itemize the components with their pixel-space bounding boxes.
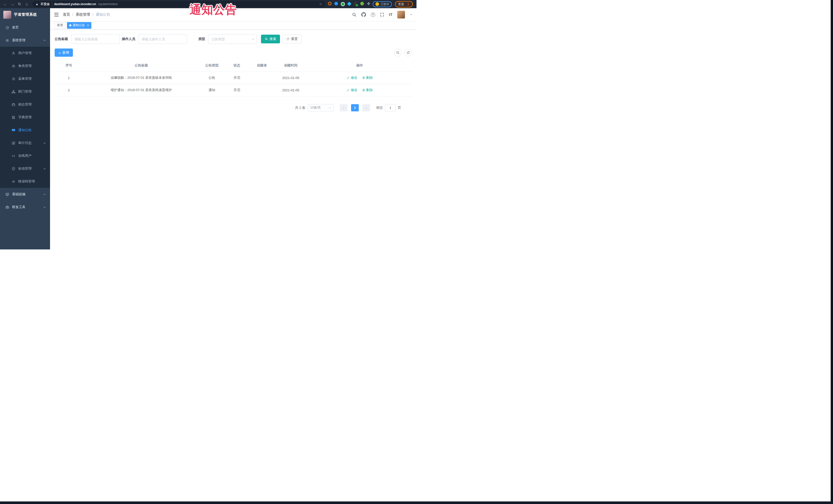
- bookmark-star-icon[interactable]: ☆: [319, 2, 322, 6]
- table-row: 2维护通知：2018-07-01 若依系统凌晨维护通知开启2021-01-05修…: [55, 84, 412, 96]
- table-body: 1温馨提醒：2018-07-01 若依新版本发布啦公告开启2021-01-05修…: [55, 72, 412, 96]
- breadcrumb-item[interactable]: 系统管理: [76, 12, 90, 17]
- chevron-down-icon: [43, 167, 46, 170]
- profile-paused-chip[interactable]: 已暂停: [373, 1, 392, 7]
- sidebar-item-基础设施[interactable]: 基础设施: [0, 188, 50, 201]
- delete-link[interactable]: 删除: [362, 88, 373, 92]
- address-bar[interactable]: ▲ 不安全 dashboard.yudao.iocoder.cn/system/…: [32, 1, 326, 7]
- current-page-button[interactable]: 1: [351, 104, 359, 111]
- ext-dark-on-icon[interactable]: on: [354, 2, 357, 6]
- ext-blue-drop-icon[interactable]: [334, 2, 338, 6]
- cell-title: 温馨提醒：2018-07-01 若依新版本发布啦: [83, 72, 200, 84]
- ext-orange-ring-icon[interactable]: [328, 2, 332, 6]
- sidebar-collapse-icon[interactable]: [54, 13, 59, 17]
- github-icon[interactable]: [361, 12, 366, 17]
- forward-icon[interactable]: →: [9, 0, 16, 8]
- prev-page-button[interactable]: ‹: [340, 104, 348, 111]
- notice-title-input[interactable]: [71, 34, 120, 44]
- sidebar-item-label: 短信管理: [18, 166, 31, 171]
- home-icon[interactable]: ⌂: [24, 0, 30, 8]
- page-size-select[interactable]: 10条/页: [308, 104, 334, 111]
- sidebar-item-角色管理[interactable]: 角色管理: [0, 59, 50, 72]
- sidebar-item-审计日志[interactable]: 审计日志: [0, 137, 50, 149]
- extensions-puzzle-icon[interactable]: [367, 2, 371, 7]
- sidebar-item-用户管理[interactable]: 用户管理: [0, 47, 50, 59]
- sidebar-menu: 首页系统管理用户管理角色管理菜单管理部门管理岗位管理字典管理通知公告审计日志在线…: [0, 21, 50, 249]
- sidebar-item-菜单管理[interactable]: 菜单管理: [0, 72, 50, 85]
- cell-type: 公告: [200, 72, 224, 84]
- goto-page: 前往 页: [376, 104, 401, 111]
- update-label: 更新: [398, 2, 404, 6]
- sidebar-item-label: 系统管理: [12, 38, 25, 43]
- user-avatar[interactable]: [397, 11, 405, 19]
- sidebar-item-label: 研发工具: [12, 205, 25, 209]
- search-icon: [396, 51, 400, 54]
- reset-button[interactable]: 重置: [283, 34, 302, 43]
- tab-通知公告[interactable]: 通知公告×: [67, 22, 91, 29]
- sidebar-item-错误码管理[interactable]: 错误码管理: [0, 175, 50, 188]
- edit-link[interactable]: 修改: [347, 88, 357, 92]
- search-icon[interactable]: [352, 13, 356, 17]
- back-icon[interactable]: ←: [2, 0, 8, 8]
- sidebar-item-label: 菜单管理: [18, 76, 31, 81]
- sidebar-item-首页[interactable]: 首页: [0, 21, 50, 34]
- goto-label: 前往: [376, 105, 383, 110]
- address-separator: [52, 3, 52, 6]
- page-size-label: 10条/页: [310, 105, 321, 110]
- goto-page-input[interactable]: [385, 104, 396, 111]
- notice-type-select-input[interactable]: [208, 34, 257, 44]
- close-tab-icon[interactable]: ×: [87, 24, 89, 27]
- sidebar-item-部门管理[interactable]: 部门管理: [0, 85, 50, 98]
- edit-link[interactable]: 修改: [347, 75, 357, 80]
- sidebar-logo[interactable]: 芋道管理系统: [0, 8, 50, 21]
- breadcrumb-item[interactable]: 首页: [63, 12, 70, 17]
- table-header-cell: 序号: [55, 59, 83, 72]
- cell-title: 维护通知：2018-07-01 若依系统凌晨维护: [83, 84, 200, 96]
- operator-input[interactable]: [138, 34, 187, 44]
- table-header-cell: 创建时间: [274, 59, 307, 72]
- cell-creator: [250, 84, 274, 96]
- refresh-table-button[interactable]: [404, 49, 412, 56]
- browser-menu-icon[interactable]: ⋮: [406, 2, 410, 6]
- search-button[interactable]: 搜索: [261, 34, 280, 43]
- ext-blue-diamond-icon[interactable]: [348, 2, 351, 6]
- table-header-row: 序号公告标题公告类型状态创建者创建时间操作: [55, 59, 412, 72]
- ext-green-circle-icon[interactable]: [341, 2, 345, 6]
- book-icon: [11, 115, 16, 119]
- next-page-button[interactable]: ›: [362, 104, 370, 111]
- tab-label: 通知公告: [73, 23, 85, 27]
- chevron-down-icon[interactable]: [410, 13, 412, 16]
- browser-update-button[interactable]: 更新 ⋮: [395, 1, 413, 7]
- notice-type-select[interactable]: [208, 34, 257, 44]
- ext-green-sprout-icon[interactable]: [360, 2, 364, 6]
- logo-image: [3, 11, 11, 19]
- sidebar-item-label: 通知公告: [18, 128, 31, 133]
- chevron-down-icon: [43, 206, 46, 209]
- url-path: /system/notice: [98, 2, 118, 6]
- sidebar-item-短信管理[interactable]: 短信管理: [0, 162, 50, 175]
- sidebar-item-字典管理[interactable]: 字典管理: [0, 111, 50, 124]
- show-search-toggle-button[interactable]: [394, 49, 402, 56]
- sidebar-item-系统管理[interactable]: 系统管理: [0, 34, 50, 47]
- chevron-down-icon: [43, 142, 46, 144]
- tab-首页[interactable]: 首页: [55, 22, 66, 29]
- font-size-icon[interactable]: tT: [389, 13, 392, 17]
- sidebar-item-label: 在线用户: [18, 153, 31, 158]
- delete-link[interactable]: 删除: [362, 75, 373, 80]
- sidebar-item-在线用户[interactable]: 在线用户: [0, 149, 50, 162]
- app-frame: 芋道管理系统 首页系统管理用户管理角色管理菜单管理部门管理岗位管理字典管理通知公…: [0, 8, 416, 249]
- sidebar-item-label: 用户管理: [18, 51, 31, 55]
- fullscreen-icon[interactable]: [380, 13, 384, 17]
- add-button[interactable]: + 新增: [55, 48, 73, 57]
- chevron-down-icon: [43, 193, 46, 196]
- help-icon[interactable]: ?: [371, 13, 375, 17]
- filter-form: 公告标题 操作人员 类型 搜索: [55, 34, 412, 44]
- sidebar-item-研发工具[interactable]: 研发工具: [0, 201, 50, 214]
- sidebar-item-岗位管理[interactable]: 岗位管理: [0, 98, 50, 111]
- dashboard-icon: [5, 25, 9, 29]
- gear-icon: [5, 38, 9, 42]
- sidebar-item-label: 首页: [12, 25, 19, 30]
- reload-icon[interactable]: ↻: [17, 0, 23, 8]
- table-toolbar: + 新增: [55, 48, 412, 57]
- sidebar-item-通知公告[interactable]: 通知公告: [0, 124, 50, 137]
